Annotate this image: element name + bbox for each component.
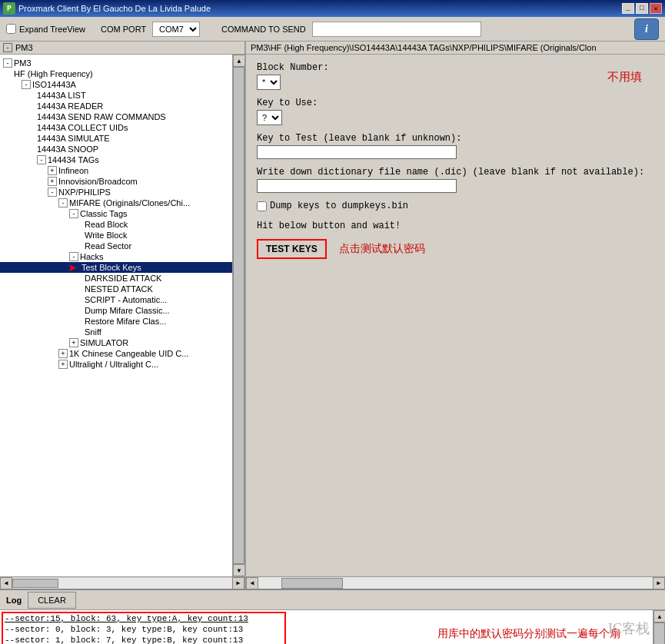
dictionary-section: Write down dictionary file name (.dic) (… xyxy=(257,167,654,193)
minimize-button[interactable]: _ xyxy=(622,3,634,14)
dump-keys-checkbox[interactable] xyxy=(257,201,267,211)
tree-toggle-nxpphilips[interactable]: - xyxy=(48,188,57,197)
tree-toggle-chinesecangeable[interactable]: + xyxy=(58,349,68,358)
expand-treeview-checkbox-row: Expand TreeView xyxy=(6,24,85,34)
tree-item-readblock[interactable]: Read Block xyxy=(0,219,232,230)
test-keys-button[interactable]: TEST KEYS xyxy=(257,239,327,259)
tree-item-snoop[interactable]: 14443A SNOOP xyxy=(0,144,232,154)
tree-label-classictags: Classic Tags xyxy=(80,209,128,218)
right-annotation: 不用填 xyxy=(607,70,642,85)
tree-toggle-ultralight[interactable]: + xyxy=(58,360,68,369)
test-keys-row: TEST KEYS 点击测试默认密码 xyxy=(257,239,654,259)
tree-item-ultralight[interactable]: + Ultralight / Ultralight C... xyxy=(0,359,232,370)
tree-toggle-iso14443a[interactable]: - xyxy=(22,80,31,89)
log-scroll-thumb[interactable] xyxy=(653,622,665,644)
key-to-use-select[interactable]: ? xyxy=(257,110,282,125)
tree-item-hacks[interactable]: - Hacks xyxy=(0,251,232,262)
tree-toggle-classictags[interactable]: - xyxy=(69,209,78,218)
tree-toggle-14443atags[interactable]: - xyxy=(37,155,46,164)
dictionary-label: Write down dictionary file name (.dic) (… xyxy=(257,167,654,178)
expand-treeview-label: Expand TreeView xyxy=(19,25,85,34)
log-toolbar: Log CLEAR xyxy=(0,589,665,610)
tree-label-snoop: 14443A SNOOP xyxy=(37,144,98,154)
right-h-scroll-thumb[interactable] xyxy=(281,578,343,589)
key-to-test-input[interactable] xyxy=(257,145,457,159)
tree-item-infineon[interactable]: + Infineon xyxy=(0,165,232,176)
tree-label-collectuids: 14443A COLLECT UIDs xyxy=(37,123,128,132)
tree-item-nxpphilips[interactable]: - NXP/PHILIPS xyxy=(0,187,232,198)
tree-item-classictags[interactable]: - Classic Tags xyxy=(0,208,232,219)
block-number-label: Block Number: xyxy=(257,62,654,73)
tree-container: - PM3 HF (High Frequency) - ISO14443A 14… xyxy=(0,55,232,576)
tree-item-readsector[interactable]: Read Sector xyxy=(0,241,232,251)
tree-label-readsector: Read Sector xyxy=(85,241,131,251)
test-annotation: 点击测试默认密码 xyxy=(339,242,425,256)
panel-collapse-button[interactable]: - xyxy=(3,43,12,52)
tree-item-list[interactable]: 14443A LIST xyxy=(0,90,232,101)
left-panel-title: PM3 xyxy=(15,43,33,52)
tree-item-restoremifare[interactable]: Restore Mifare Clas... xyxy=(0,316,232,327)
right-content: Block Number: * Key to Use: ? Key to xyxy=(246,55,665,576)
tree-toggle-hacks[interactable]: - xyxy=(69,252,78,261)
tree-label-script: SCRIPT - Automatic... xyxy=(85,295,167,304)
key-to-test-label: Key to Test (leave blank if unknown): xyxy=(257,133,654,144)
tree-toggle-pm3[interactable]: - xyxy=(3,58,12,68)
tree-item-reader[interactable]: 14443A READER xyxy=(0,101,232,111)
com-port-select[interactable]: COM7 xyxy=(152,22,200,37)
tree-item-chinesecangeable[interactable]: + 1K Chinese Cangeable UID C... xyxy=(0,348,232,359)
close-button[interactable]: ✕ xyxy=(650,3,662,14)
dictionary-input[interactable] xyxy=(257,179,457,193)
tree-item-14443atags[interactable]: - 144434 TAGs xyxy=(0,154,232,165)
tree-item-writeblock[interactable]: Write Block xyxy=(0,230,232,241)
command-input[interactable] xyxy=(312,22,481,37)
scroll-down-button[interactable]: ▼ xyxy=(233,564,244,576)
tree-label-iso14443a: ISO14443A xyxy=(32,80,76,89)
tree-item-mifare[interactable]: - MIFARE (Originals/Clones/Chi... xyxy=(0,198,232,208)
left-scroll-left-btn[interactable]: ◀ xyxy=(0,577,12,589)
tree-toggle-infineon[interactable]: + xyxy=(48,166,57,175)
tree-label-mifare: MIFARE (Originals/Clones/Chi... xyxy=(69,198,190,207)
log-scroll-up-button[interactable]: ▲ xyxy=(653,610,665,622)
right-h-scroll-right[interactable]: ▶ xyxy=(653,577,665,589)
command-to-send-label: COMMAND TO SEND xyxy=(221,25,306,34)
tree-item-darkside[interactable]: DARKSIDE ATTACK xyxy=(0,273,232,284)
tree-item-hf[interactable]: HF (High Frequency) xyxy=(0,68,232,79)
tree-label-innovision: Innovision/Broadcom xyxy=(58,177,138,186)
left-scroll-right-btn[interactable]: ▶ xyxy=(232,577,244,589)
info-button[interactable]: i xyxy=(634,18,659,40)
left-h-scrollbar[interactable]: ◀ ▶ xyxy=(0,576,244,589)
right-h-scroll-left[interactable]: ◀ xyxy=(246,577,258,589)
scroll-up-button[interactable]: ▲ xyxy=(233,55,244,67)
tree-item-sniff[interactable]: Sniff xyxy=(0,327,232,337)
maximize-button[interactable]: □ xyxy=(636,3,648,14)
expand-treeview-checkbox[interactable] xyxy=(6,24,16,34)
tree-item-collectuids[interactable]: 14443A COLLECT UIDs xyxy=(0,122,232,133)
key-to-use-label: Key to Use: xyxy=(257,98,654,108)
tree-label-chinesecangeable: 1K Chinese Cangeable UID C... xyxy=(69,349,188,358)
right-h-scrollbar[interactable]: ◀ ▶ xyxy=(246,576,665,589)
tree-item-nested[interactable]: NESTED ATTACK xyxy=(0,284,232,294)
log-vertical-scrollbar[interactable]: ▲ ▼ xyxy=(653,610,665,644)
block-number-select[interactable]: * xyxy=(257,75,281,90)
tree-toggle-simulator[interactable]: + xyxy=(69,338,78,347)
tree-toggle-mifare[interactable]: - xyxy=(58,198,68,207)
tree-label-darkside: DARKSIDE ATTACK xyxy=(85,274,161,283)
tree-item-simulate[interactable]: 14443A SIMULATE xyxy=(0,133,232,144)
scroll-thumb[interactable] xyxy=(233,67,244,564)
tree-label-infineon: Infineon xyxy=(58,166,88,175)
tree-item-script[interactable]: SCRIPT - Automatic... xyxy=(0,294,232,305)
tree-item-innovision[interactable]: + Innovision/Broadcom xyxy=(0,176,232,187)
tree-label-nested: NESTED ATTACK xyxy=(85,284,153,294)
tree-item-sendraw[interactable]: 14443A SEND RAW COMMANDS xyxy=(0,111,232,122)
tree-item-iso14443a[interactable]: - ISO14443A xyxy=(0,79,232,90)
tree-vertical-scrollbar[interactable]: ▲ ▼ xyxy=(232,55,244,576)
tree-item-pm3[interactable]: - PM3 xyxy=(0,58,232,68)
log-content: --sector:15, block: 63, key type:A, key … xyxy=(0,610,653,644)
breadcrumb: PM3\HF (High Frequency)\ISO14443A\14443A… xyxy=(246,41,665,55)
tree-item-testblockkeys[interactable]: ➤ Test Block Keys xyxy=(0,262,232,273)
tree-item-dumpmifare[interactable]: Dump Mifare Classic... xyxy=(0,305,232,316)
clear-button[interactable]: CLEAR xyxy=(28,592,76,609)
tree-item-simulator[interactable]: + SIMULATOR xyxy=(0,337,232,348)
title-bar-buttons: _ □ ✕ xyxy=(622,3,662,14)
tree-toggle-innovision[interactable]: + xyxy=(48,177,57,186)
